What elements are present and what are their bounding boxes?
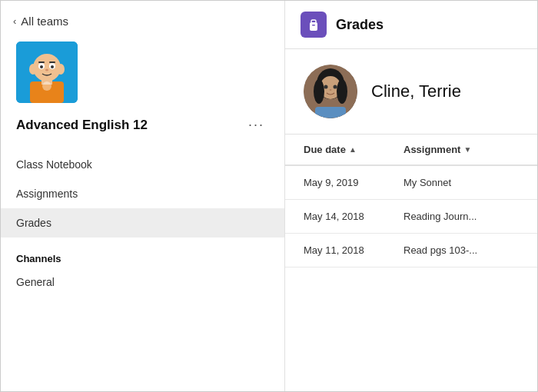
team-name-row: Advanced English 12 ··· bbox=[1, 115, 284, 150]
team-options-button[interactable]: ··· bbox=[244, 115, 269, 135]
sort-up-icon: ▲ bbox=[349, 145, 357, 154]
channels-section: Channels General bbox=[1, 238, 284, 301]
svg-rect-11 bbox=[49, 61, 55, 63]
svg-point-4 bbox=[29, 64, 37, 75]
table-row[interactable]: May 14, 2018 Reading Journ... bbox=[285, 200, 537, 234]
svg-point-22 bbox=[334, 85, 337, 89]
svg-point-19 bbox=[314, 79, 324, 104]
student-avatar-image bbox=[304, 65, 357, 118]
svg-point-23 bbox=[330, 89, 332, 91]
channel-item-general[interactable]: General bbox=[16, 269, 269, 295]
col-assignment-header[interactable]: Assignment ▼ bbox=[404, 144, 519, 155]
team-avatar bbox=[16, 42, 78, 103]
svg-point-9 bbox=[51, 65, 54, 68]
svg-point-12 bbox=[45, 69, 48, 71]
cell-due-date-0: May 9, 2019 bbox=[304, 177, 404, 188]
cell-assignment-0: My Sonnet bbox=[404, 177, 519, 188]
student-name: Cline, Terrie bbox=[371, 81, 461, 101]
sidebar-item-grades[interactable]: Grades bbox=[1, 208, 284, 238]
cell-due-date-1: May 14, 2018 bbox=[304, 211, 404, 222]
svg-rect-10 bbox=[38, 61, 45, 63]
table-row[interactable]: May 11, 2018 Read pgs 103-... bbox=[285, 234, 537, 267]
team-name: Advanced English 12 bbox=[16, 118, 236, 133]
assignments-table: Due date ▲ Assignment ▼ May 9, 2019 My S… bbox=[285, 135, 537, 391]
cell-assignment-2: Read pgs 103-... bbox=[404, 244, 519, 256]
cell-due-date-2: May 11, 2018 bbox=[304, 244, 404, 256]
nav-items: Class Notebook Assignments Grades bbox=[1, 150, 284, 238]
sort-down-icon: ▼ bbox=[463, 145, 471, 154]
back-label: All teams bbox=[21, 15, 68, 28]
right-panel: Grades bbox=[285, 1, 537, 391]
grades-bag-icon bbox=[306, 17, 321, 32]
svg-point-13 bbox=[42, 81, 51, 91]
svg-point-20 bbox=[337, 79, 347, 104]
grades-header: Grades bbox=[285, 1, 537, 49]
col-due-date-header[interactable]: Due date ▲ bbox=[304, 144, 404, 155]
grades-title: Grades bbox=[336, 17, 384, 33]
sidebar-item-assignments[interactable]: Assignments bbox=[1, 179, 284, 208]
table-header: Due date ▲ Assignment ▼ bbox=[285, 135, 537, 166]
student-photo bbox=[304, 65, 357, 118]
left-panel: ‹ All teams bbox=[1, 1, 285, 391]
back-chevron-icon: ‹ bbox=[13, 15, 16, 27]
sidebar-item-class-notebook[interactable]: Class Notebook bbox=[1, 150, 284, 179]
svg-point-5 bbox=[57, 64, 65, 75]
student-info: Cline, Terrie bbox=[285, 49, 537, 135]
back-nav[interactable]: ‹ All teams bbox=[1, 1, 284, 38]
svg-point-3 bbox=[33, 54, 61, 81]
svg-rect-14 bbox=[310, 22, 317, 31]
team-avatar-image bbox=[16, 42, 78, 103]
svg-rect-15 bbox=[312, 25, 315, 26]
cell-assignment-1: Reading Journ... bbox=[404, 211, 519, 222]
channels-header: Channels bbox=[16, 253, 269, 264]
grades-icon bbox=[301, 12, 327, 38]
svg-rect-24 bbox=[315, 107, 346, 118]
svg-point-21 bbox=[324, 85, 328, 89]
student-avatar bbox=[304, 65, 357, 118]
table-row[interactable]: May 9, 2019 My Sonnet bbox=[285, 166, 537, 200]
svg-point-8 bbox=[40, 65, 43, 68]
